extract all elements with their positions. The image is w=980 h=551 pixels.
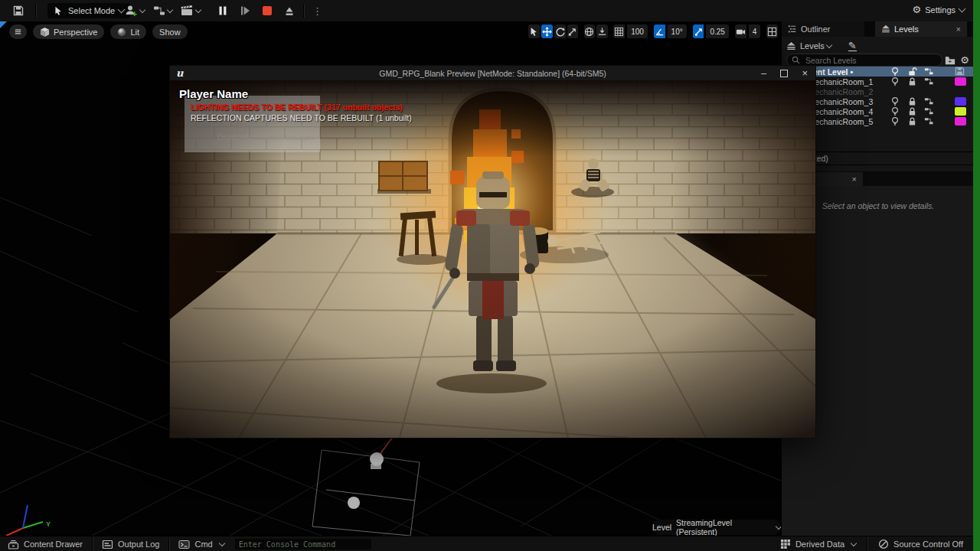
content-drawer-label: Content Drawer	[24, 540, 83, 549]
content-drawer-button[interactable]: Content Drawer	[8, 539, 83, 550]
source-control-off-icon	[878, 539, 889, 549]
tab-levels-label: Levels	[894, 24, 919, 34]
hamburger-menu-icon	[13, 27, 23, 37]
preview-title-bar[interactable]: u GMD_RPG_Blank Preview [NetMode: Standa…	[170, 66, 815, 80]
grid-snap-button[interactable]	[613, 24, 625, 38]
camera-speed-value[interactable]: 4	[749, 24, 761, 38]
eject-icon	[284, 5, 295, 16]
level-label: Level	[652, 523, 671, 532]
cmd-dropdown[interactable]: Cmd	[178, 539, 224, 550]
select-tool-button[interactable]	[528, 24, 540, 38]
surface-snapping-button[interactable]	[596, 24, 608, 38]
save-level-icon[interactable]	[955, 67, 965, 77]
game-viewport[interactable]: Player Name LIGHTING NEEDS TO BE REBUILT…	[170, 80, 815, 438]
chevron-down-icon	[826, 41, 832, 47]
console-command-input[interactable]	[235, 539, 371, 549]
grid-snap-value[interactable]: 100	[627, 24, 648, 38]
output-log-icon	[102, 539, 113, 550]
rotate-icon	[555, 27, 565, 37]
blueprints-button[interactable]	[150, 2, 175, 19]
source-control-button[interactable]: Source Control Off	[878, 539, 963, 549]
level-color-chip[interactable]	[955, 77, 966, 86]
cursor-icon	[54, 6, 64, 16]
maximize-button[interactable]	[780, 70, 788, 77]
world-coordinate-button[interactable]	[584, 24, 596, 38]
svg-text:+: +	[132, 9, 137, 18]
level-blueprint-icon[interactable]	[924, 116, 933, 127]
levels-menu-button[interactable]: Levels	[786, 41, 831, 51]
settings-dropdown[interactable]: ⚙ Settings	[913, 4, 965, 15]
scale-snap-button[interactable]	[693, 24, 704, 38]
lit-dropdown[interactable]: Lit	[110, 24, 146, 39]
rotate-tool-button[interactable]	[554, 24, 566, 38]
show-label: Show	[159, 28, 181, 37]
show-dropdown[interactable]: Show	[152, 24, 188, 39]
output-log-button[interactable]: Output Log	[102, 539, 159, 550]
levels-settings-button[interactable]: ⚙	[958, 54, 972, 66]
tab-outliner[interactable]: Outliner	[782, 21, 864, 37]
levels-icon	[786, 41, 796, 51]
svg-text:+: +	[949, 58, 952, 65]
clapperboard-icon	[181, 5, 194, 17]
levels-menu-label: Levels	[800, 41, 825, 51]
viewport-options-button[interactable]	[9, 24, 27, 39]
save-icon	[12, 5, 24, 17]
close-icon[interactable]: ×	[956, 24, 961, 34]
status-bar: Content Drawer Output Log Cmd Derived Da…	[0, 536, 980, 551]
pause-button[interactable]	[214, 2, 231, 19]
cinematics-button[interactable]	[178, 2, 204, 19]
scale-snap-value[interactable]: 0.25	[706, 24, 728, 38]
scale-snap-icon	[694, 27, 704, 37]
save-button[interactable]	[9, 2, 28, 19]
level-blueprint-icon[interactable]	[924, 106, 933, 117]
rotation-snap-button[interactable]	[654, 24, 665, 38]
minimize-button[interactable]: –	[761, 68, 766, 79]
tab-levels[interactable]: Levels ×	[875, 21, 967, 37]
move-tool-button[interactable]	[541, 24, 553, 38]
tab-outliner-label: Outliner	[801, 24, 831, 34]
gear-icon: ⚙	[960, 54, 969, 66]
dots-icon: ⋮	[312, 5, 322, 17]
chevron-down-icon	[167, 6, 173, 12]
derived-data-label: Derived Data	[795, 540, 844, 549]
level-color-chip[interactable]	[955, 117, 966, 126]
statusbar-separator	[92, 537, 93, 551]
level-color-chip[interactable]	[955, 97, 966, 106]
game-preview-window[interactable]: u GMD_RPG_Blank Preview [NetMode: Standa…	[169, 65, 816, 439]
chevron-down-icon	[959, 5, 966, 12]
select-mode-dropdown[interactable]: Select Mode	[47, 3, 130, 18]
select-mode-label: Select Mode	[68, 6, 115, 15]
level-blueprint-icon[interactable]	[924, 67, 933, 77]
quad-view-button[interactable]	[766, 24, 778, 38]
perspective-dropdown[interactable]: Perspective	[33, 24, 104, 39]
add-actor-button[interactable]: +	[121, 2, 148, 19]
step-forward-icon	[240, 5, 250, 16]
edit-level-button[interactable]: ✎	[848, 41, 857, 51]
close-icon[interactable]: ×	[852, 174, 857, 184]
eject-button[interactable]	[281, 2, 298, 19]
chevron-down-icon	[851, 540, 857, 546]
scale-tool-button[interactable]	[567, 24, 579, 38]
frame-skip-button[interactable]	[237, 2, 253, 19]
screen-edge-artifact	[973, 0, 980, 551]
perspective-label: Perspective	[54, 28, 97, 37]
derived-data-dropdown[interactable]: Derived Data	[780, 539, 856, 549]
search-levels-input[interactable]	[804, 55, 937, 66]
visibility-icon[interactable]	[890, 116, 900, 128]
axis-y-label: Y	[46, 520, 51, 528]
unreal-editor-window: Select Mode +	[0, 0, 980, 551]
rotation-snap-value[interactable]: 10°	[668, 24, 687, 38]
stop-button[interactable]	[259, 2, 276, 19]
cmd-label: Cmd	[194, 540, 212, 549]
add-level-button[interactable]: +	[942, 55, 958, 65]
lock-icon[interactable]	[907, 116, 917, 128]
playback-options-button[interactable]: ⋮	[309, 2, 325, 19]
camera-speed-button[interactable]	[735, 24, 746, 38]
levels-toolbar: Levels ✎	[786, 39, 857, 53]
level-color-chip[interactable]	[955, 107, 966, 116]
level-blueprint-icon[interactable]	[924, 96, 933, 107]
level-streaming-dropdown[interactable]: Level StreamingLevel (Persistent)	[652, 520, 781, 535]
toolbar-separator	[303, 4, 304, 18]
level-blueprint-icon[interactable]	[924, 77, 933, 87]
close-button[interactable]: ×	[802, 67, 808, 79]
